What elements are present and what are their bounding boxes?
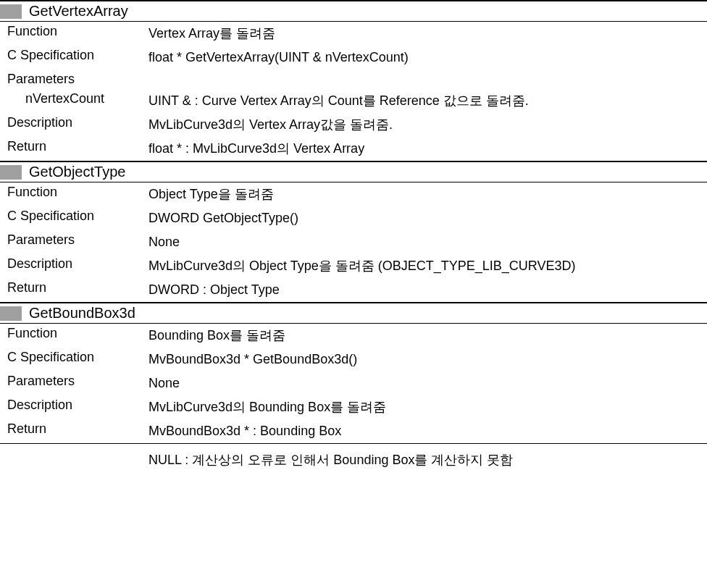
- row-value: DWORD : Object Type: [148, 280, 707, 300]
- row-value: float * : MvLibCurve3d의 Vertex Array: [148, 139, 707, 159]
- doc-row: Description MvLibCurve3d의 Vertex Array값을…: [0, 113, 707, 137]
- row-label: Parameters: [7, 232, 148, 248]
- row-label: Parameters: [7, 374, 148, 389]
- row-value: Vertex Array를 돌려줌: [148, 24, 707, 43]
- doc-row: Parameters: [0, 70, 707, 89]
- row-value: float * GetVertexArray(UINT & nVertexCou…: [148, 48, 707, 67]
- section-marker: [0, 306, 22, 321]
- section-title: GetObjectType: [29, 164, 125, 180]
- row-label: Function: [7, 326, 148, 341]
- doc-row: Function Bounding Box를 돌려줌: [0, 324, 707, 348]
- doc-row: nVertexCount UINT & : Curve Vertex Array…: [0, 89, 707, 113]
- row-label: Return: [7, 280, 148, 295]
- row-label: Function: [7, 185, 148, 200]
- doc-row: C Specification float * GetVertexArray(U…: [0, 46, 707, 70]
- doc-row: Description MvLibCurve3d의 Object Type을 돌…: [0, 254, 707, 278]
- row-value: None: [148, 374, 707, 393]
- row-label: Return: [7, 139, 148, 154]
- row-label: C Specification: [7, 350, 148, 365]
- row-label: Parameters: [7, 72, 148, 87]
- row-label: Function: [7, 24, 148, 39]
- section-title: GetBoundBox3d: [29, 305, 135, 322]
- row-label: Description: [7, 256, 148, 272]
- doc-row: Return float * : MvLibCurve3d의 Vertex Ar…: [0, 137, 707, 161]
- row-value: MvLibCurve3d의 Object Type을 돌려줌 (OBJECT_T…: [148, 256, 707, 276]
- section-header-getobjecttype: GetObjectType: [0, 161, 707, 182]
- row-value: UINT & : Curve Vertex Array의 Count를 Refe…: [148, 91, 707, 111]
- doc-row: Parameters None: [0, 371, 707, 395]
- section-marker: [0, 4, 22, 19]
- doc-row: NULL : 계산상의 오류로 인해서 Bounding Box를 계산하지 못…: [0, 448, 707, 472]
- doc-row: Return MvBoundBox3d * : Bounding Box: [0, 419, 707, 444]
- row-label: nVertexCount: [7, 91, 148, 106]
- doc-row: Return DWORD : Object Type: [0, 278, 707, 302]
- row-value: Bounding Box를 돌려줌: [148, 326, 707, 345]
- row-value: DWORD GetObjectType(): [148, 209, 707, 228]
- row-label: C Specification: [7, 209, 148, 224]
- doc-row: Description MvLibCurve3d의 Bounding Box를 …: [0, 395, 707, 419]
- row-value: Object Type을 돌려줌: [148, 185, 707, 204]
- doc-row: Parameters None: [0, 230, 707, 254]
- section-title: GetVertexArray: [29, 3, 128, 20]
- row-value: MvBoundBox3d * : Bounding Box: [148, 421, 707, 441]
- row-label: C Specification: [7, 48, 148, 63]
- doc-row: C Specification MvBoundBox3d * GetBoundB…: [0, 348, 707, 371]
- doc-row: Function Vertex Array를 돌려줌: [0, 22, 707, 46]
- row-label: Description: [7, 398, 148, 413]
- section-header-getvertexarray: GetVertexArray: [0, 0, 707, 22]
- row-value: NULL : 계산상의 오류로 인해서 Bounding Box를 계산하지 못…: [148, 450, 707, 470]
- row-value: MvBoundBox3d * GetBoundBox3d(): [148, 350, 707, 369]
- doc-row: C Specification DWORD GetObjectType(): [0, 206, 707, 230]
- row-value: None: [148, 232, 707, 252]
- row-label: Description: [7, 115, 148, 130]
- row-value: MvLibCurve3d의 Vertex Array값을 돌려줌.: [148, 115, 707, 135]
- row-value: MvLibCurve3d의 Bounding Box를 돌려줌: [148, 398, 707, 417]
- section-header-getboundbox3d: GetBoundBox3d: [0, 302, 707, 324]
- doc-row: Function Object Type을 돌려줌: [0, 182, 707, 206]
- section-marker: [0, 165, 22, 180]
- row-label: Return: [7, 421, 148, 437]
